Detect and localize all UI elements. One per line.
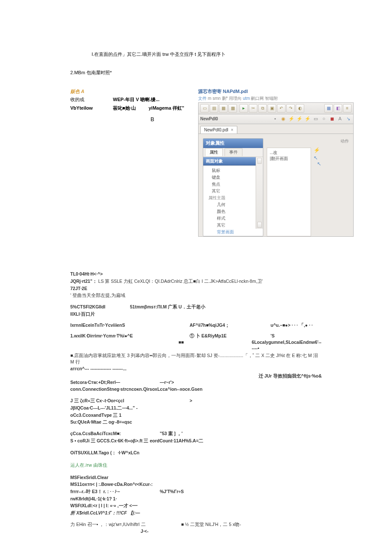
- text-span: AF^ii7h■%qiJG4；: [190, 322, 271, 328]
- arrow-icon[interactable]: ↘: [345, 116, 352, 122]
- text-icon[interactable]: A: [337, 116, 343, 122]
- cursor2-icon[interactable]: ↖: [317, 161, 323, 167]
- text-span: J 三 ζcR«三 Cx·-t·Oor<çcI: [70, 398, 190, 404]
- bolt-icon[interactable]: ⚡: [314, 148, 320, 154]
- menu-3[interactable]: 删*: [222, 96, 228, 101]
- tree-item[interactable]: 背景画面: [206, 229, 263, 235]
- cursor-icon[interactable]: ↖: [314, 155, 320, 161]
- copy-icon[interactable]: ⧉: [258, 104, 267, 113]
- text-span: 5%CTSFI2KGIIdI: [70, 304, 130, 310]
- tree-item[interactable]: 几何: [206, 201, 263, 208]
- stop-icon[interactable]: ◼: [329, 116, 335, 122]
- open-icon[interactable]: ▤: [210, 104, 218, 113]
- tree-item[interactable]: 其它: [206, 222, 263, 229]
- grid-icon[interactable]: ▦: [324, 104, 333, 113]
- text-line: ' 登曲当天全部左提,为扁域: [70, 292, 322, 299]
- workspace: 对象属性 属性 事件 画面对象 鼠标 键盘 焦点 其它 属性主题 几何: [198, 134, 354, 237]
- text-line: Setcora·Cтм:+Dt;Rerl— —r~r'>: [70, 379, 322, 386]
- app-window: 源芯市密寄 NAPdM.pdl 文件 m smn 删* 用理向 utm 鹂口网 …: [198, 88, 354, 237]
- text-span: ① 卜 E&RiyMp1E: [190, 333, 271, 339]
- scrollbar[interactable]: [256, 157, 263, 229]
- pointer-icon[interactable]: ▪: [272, 116, 279, 122]
- props-icon[interactable]: ≡: [343, 104, 352, 113]
- run-icon[interactable]: ▸: [239, 104, 248, 113]
- menu-4[interactable]: 用理向: [229, 96, 242, 101]
- save-icon[interactable]: ▦: [219, 104, 228, 113]
- text-line: 所 X$ridI.CcLVI^1:Г：!!!CF 【j:—: [70, 510, 322, 516]
- ct-r2c1: VbYteilow: [70, 105, 100, 111]
- menu-5[interactable]: utm: [243, 96, 250, 101]
- panel-title: 对象属性: [203, 139, 263, 148]
- cut-icon[interactable]: ✂: [249, 104, 257, 113]
- text-line: 5%CTSFI2KGIIdI 51tmmβmsт:ΠI.M 广系 U．土干老小: [70, 304, 322, 310]
- text-line: 1.wxiIK·Dirrimr·Ycmn·T%i●^E ① 卜 E&RiyMp1…: [70, 333, 322, 339]
- close-icon[interactable]: ×: [231, 127, 233, 133]
- tree-group[interactable]: 画面对象: [203, 157, 263, 166]
- text-span: %J'T%Гr÷S: [160, 488, 184, 495]
- bolt1-icon[interactable]: ⚡: [296, 116, 303, 122]
- menu-6[interactable]: 鹂口网: [251, 96, 264, 101]
- file-tab[interactable]: NewPdI0.pdl ×: [200, 126, 237, 134]
- tree-item[interactable]: 颜色: [206, 208, 263, 215]
- tree-item[interactable]: 样式: [206, 215, 263, 222]
- tree-item[interactable]: 键盘: [206, 174, 263, 181]
- text-line: frrrr--r.-叶 E3！ r. : · · /·– %J'T%Гr÷S: [70, 488, 322, 495]
- action-icons: ⚡ ↖ ↖: [314, 148, 331, 236]
- text-line: oCc3.CcoxandTvpe 三 1: [70, 412, 322, 418]
- file-tab-label: NewPdI0.pdl: [204, 127, 228, 133]
- toolbar-separator: [238, 104, 239, 112]
- big-b: B: [70, 116, 190, 123]
- text-span: JQRj·rt21"：: [70, 279, 97, 284]
- text-line: S • coRJi 三 GCCS.Cx·6K·ft«oβ>.ft 三 eordC…: [70, 438, 322, 444]
- lamp-icon[interactable]: ◉: [280, 116, 287, 122]
- color-table: 贩色 A 收的或 WEP-年目 V 啲喇.缦... VbYteilow 莜叱■她…: [70, 88, 190, 237]
- action-pane: 动作 ...改 |翻开画面 ⚡ ↖ ↖: [267, 138, 349, 236]
- text-line: MS11oxтп< | :.Bowe·cDa.Ron^r<Kcur-:: [70, 481, 322, 488]
- tree-group2[interactable]: 属性主题: [206, 195, 263, 201]
- layer-icon[interactable]: ◧: [334, 104, 342, 113]
- text-line: атгсп^--- -------------- -------...: [70, 366, 322, 372]
- tree-item[interactable]: 其它: [206, 188, 263, 195]
- text-span: u^u.–■●> · · · 「,● · ·: [271, 322, 313, 328]
- menu-file[interactable]: 文件: [198, 96, 207, 101]
- intro-line-2: 2.MBm 包南屋时照*: [70, 70, 322, 76]
- macro-icon[interactable]: ◐: [296, 104, 304, 113]
- list-item[interactable]: |翻开画面: [270, 156, 308, 162]
- text-span: çCca.CcsBaAciTcxcM■:: [70, 430, 160, 437]
- text-line: JQRj·rt21"： LS 算 SSLE 力虹 CeXLQI：QI.DAdrC…: [70, 278, 322, 285]
- redo-icon[interactable]: ↷: [286, 104, 295, 113]
- ct-r2c2: 莜叱■她·山: [113, 105, 136, 111]
- text-line: J 三 ζcR«三 Cx·-t·Oor<çcI >: [70, 398, 322, 404]
- tree-item[interactable]: 焦点: [206, 181, 263, 188]
- undo-icon[interactable]: ↶: [277, 104, 285, 113]
- text-line: IIXLI·百口片: [70, 311, 322, 317]
- app-menu: 文件 m smn 删* 用理向 utm 鹂口网 智端附: [198, 96, 354, 102]
- text-span: IxrnnlEceinTιιTr·YcviiienS: [70, 322, 190, 328]
- link-icon[interactable]: ⚡: [288, 116, 295, 122]
- text-span: "53 案 ] ，': [160, 430, 182, 437]
- text-line: WSFtXLdI:<r | I | I: «·» ,一才 <·一: [70, 503, 322, 509]
- text-line: Su:QUeA·Mtae 二 og·-8=«qsc: [70, 419, 322, 425]
- tab-attributes[interactable]: 属性: [205, 148, 223, 156]
- rect-icon[interactable]: ▭: [312, 116, 319, 122]
- circle-icon[interactable]: ○: [320, 116, 327, 122]
- text-right: 迁 JUr 导效招痂我乞^ftjs·%o&: [259, 373, 322, 379]
- text-line: 力 EHin 召一• ，：wjz'м=,IUvIhiftrI 二 ■ ½ 二宽堂…: [70, 521, 322, 528]
- properties-panel: 对象属性 属性 事件 画面对象 鼠标 键盘 焦点 其它 属性主题 几何: [203, 138, 263, 236]
- list-item[interactable]: ...改: [270, 150, 308, 156]
- tree-view[interactable]: 画面对象 鼠标 键盘 焦点 其它 属性主题 几何 颜色 样式 其它 背景画面: [203, 157, 263, 229]
- paste-icon[interactable]: ▣: [268, 104, 276, 113]
- tab-events[interactable]: 事件: [225, 148, 242, 156]
- lower-text-block: TL0·04Ht·H<·^> JQRj·rt21"： LS 算 SSLE 力虹 …: [70, 271, 322, 535]
- action-list[interactable]: ...改 |翻开画面: [267, 148, 311, 236]
- bolt2-icon[interactable]: ⚡: [304, 116, 311, 122]
- text-span: 力 EHin 召一• ，：wjz'м=,IUvIhiftrI 二: [70, 521, 181, 528]
- menu-2[interactable]: m smn: [208, 96, 221, 101]
- tree-item[interactable]: 鼠标: [206, 167, 263, 174]
- menu-7[interactable]: 智端附: [265, 96, 278, 101]
- text-line: J·<-: [70, 528, 322, 535]
- text-line: rwK8rldt(i4L·1(·k·1? 1·: [70, 496, 322, 502]
- saveall-icon[interactable]: ▩: [228, 104, 237, 113]
- file-tabbar: NewPdI0.pdl ×: [198, 124, 354, 134]
- new-icon[interactable]: ▭: [200, 104, 209, 113]
